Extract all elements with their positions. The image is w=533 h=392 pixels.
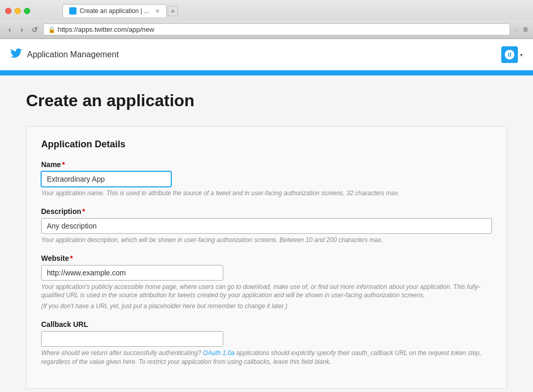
- name-required-star: *: [62, 160, 65, 169]
- maximize-button[interactable]: [24, 8, 30, 14]
- website-hint-2: (If you don't have a URL yet, just put a…: [41, 302, 492, 311]
- browser-window: Create an application | Twi... ✕ + ‹ › ↺…: [0, 0, 533, 392]
- new-tab-button[interactable]: +: [168, 6, 178, 16]
- traffic-lights: [5, 8, 30, 14]
- name-label: Name*: [41, 160, 492, 169]
- ssl-icon: 🔒: [48, 26, 56, 33]
- description-hint: Your application description, which will…: [41, 236, 492, 245]
- description-required-star: *: [82, 207, 85, 216]
- name-hint: Your application name. This is used to a…: [41, 189, 492, 198]
- back-button[interactable]: ‹: [5, 24, 14, 35]
- browser-titlebar: Create an application | Twi... ✕ +: [0, 0, 533, 20]
- description-label: Description*: [41, 207, 492, 216]
- website-required-star: *: [70, 254, 72, 262]
- website-field-group: Website* Your application's publicly acc…: [41, 254, 492, 311]
- bookmark-icon[interactable]: ☆: [513, 26, 520, 34]
- address-bar-wrapper: 🔒: [43, 23, 510, 35]
- menu-icon[interactable]: ≡: [523, 25, 528, 34]
- page-title: Create an application: [26, 91, 507, 110]
- tab-favicon: [69, 7, 77, 15]
- application-details-card: Application Details Name* Your applicati…: [26, 126, 507, 389]
- browser-chrome: Create an application | Twi... ✕ + ‹ › ↺…: [0, 0, 533, 39]
- tab-bar: Create an application | Twi... ✕ +: [57, 4, 183, 17]
- user-area[interactable]: ▾: [501, 46, 523, 63]
- oauth-link[interactable]: OAuth 1.0a: [203, 349, 235, 357]
- minimize-button[interactable]: [15, 8, 21, 14]
- application-details-title: Application Details: [41, 139, 492, 150]
- name-input[interactable]: [41, 171, 171, 187]
- description-field-group: Description* Your application descriptio…: [41, 207, 492, 245]
- twitter-header: Application Management ▾: [0, 39, 533, 72]
- twitter-logo-area: Application Management: [10, 47, 119, 62]
- website-label: Website*: [41, 254, 492, 262]
- browser-toolbar: ‹ › ↺ 🔒 ☆ ≡: [0, 20, 533, 39]
- dropdown-arrow-icon: ▾: [520, 52, 523, 58]
- callback-hint: Where should we return after successfull…: [41, 349, 492, 366]
- website-input[interactable]: [41, 265, 223, 281]
- app-management-title: Application Management: [27, 50, 119, 59]
- forward-button[interactable]: ›: [17, 24, 26, 35]
- website-hint-1: Your application's publicly accessible h…: [41, 283, 492, 300]
- name-field-group: Name* Your application name. This is use…: [41, 160, 492, 198]
- tab-title: Create an application | Twi...: [80, 7, 152, 15]
- callback-input[interactable]: [41, 331, 223, 347]
- tab-close-button[interactable]: ✕: [155, 8, 160, 15]
- callback-label: Callback URL: [41, 320, 492, 328]
- description-input[interactable]: [41, 218, 492, 234]
- callback-field-group: Callback URL Where should we return afte…: [41, 320, 492, 366]
- close-button[interactable]: [5, 8, 11, 14]
- active-tab[interactable]: Create an application | Twi... ✕: [62, 4, 167, 17]
- page-content: Create an application Application Detail…: [0, 75, 533, 392]
- reload-button[interactable]: ↺: [30, 24, 40, 35]
- user-avatar[interactable]: [501, 46, 518, 63]
- address-bar[interactable]: [58, 26, 505, 33]
- twitter-bird-icon: [10, 47, 22, 62]
